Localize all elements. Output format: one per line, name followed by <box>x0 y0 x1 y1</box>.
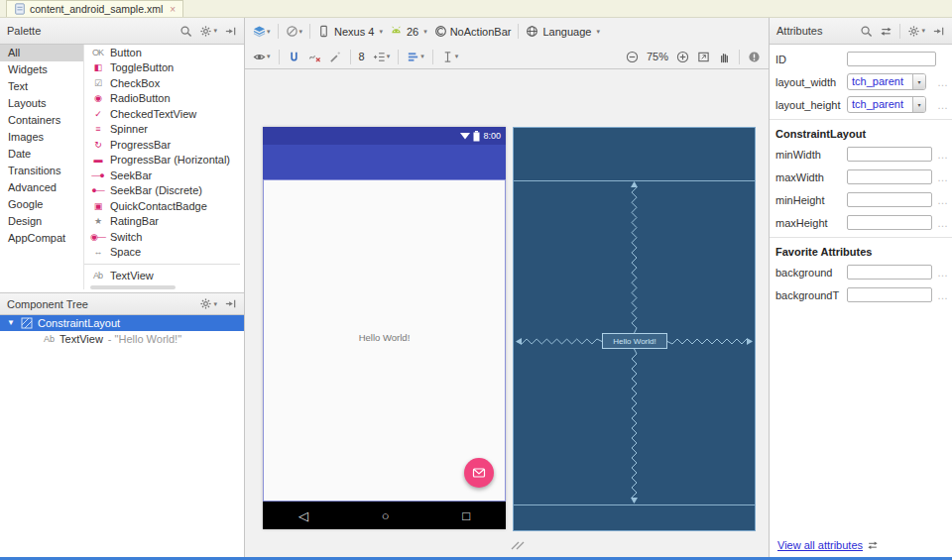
hello-world-text[interactable]: Hello World! <box>264 332 505 343</box>
search-icon[interactable] <box>860 25 873 38</box>
palette-category[interactable]: Containers <box>0 112 83 129</box>
pack-margin-button[interactable]: ▾ <box>373 51 391 63</box>
palette-category[interactable]: Text <box>0 78 83 95</box>
more-button[interactable]: … <box>937 99 948 111</box>
nav-home-icon[interactable]: ○ <box>382 508 390 523</box>
attributes-settings[interactable]: ▾ <box>907 25 925 38</box>
tab-content-android-sample[interactable]: content_android_sample.xml × <box>6 0 183 17</box>
combo-arrow-button[interactable]: ▾ <box>912 97 925 112</box>
attribute-input[interactable] <box>847 147 932 162</box>
palette-category[interactable]: All <box>0 45 83 61</box>
component-tree-settings[interactable]: ▾ <box>199 297 217 310</box>
palette-item[interactable]: Ab TextView <box>84 268 244 283</box>
more-button[interactable]: … <box>937 194 948 206</box>
attribute-input[interactable] <box>847 192 932 207</box>
minimize-panel-icon[interactable] <box>224 25 237 38</box>
minimize-panel-icon[interactable] <box>224 297 237 310</box>
more-button[interactable]: … <box>937 171 948 183</box>
combo-arrow-button[interactable]: ▾ <box>912 74 925 89</box>
palette-item[interactable]: ✓ CheckedTextView <box>84 106 244 122</box>
palette-item[interactable]: ◉— Switch <box>84 229 244 245</box>
infer-constraints-wand-icon[interactable] <box>329 51 342 63</box>
layout-height-combo[interactable]: tch_parent ▾ <box>847 96 926 113</box>
more-button[interactable]: … <box>937 267 948 279</box>
minimize-panel-icon[interactable] <box>932 25 945 38</box>
id-input[interactable] <box>847 52 936 66</box>
layout-width-combo[interactable]: tch_parent ▾ <box>847 73 926 90</box>
palette-category[interactable]: Transitions <box>0 163 83 179</box>
language-selector[interactable]: Language▾ <box>526 25 599 38</box>
nav-recents-icon[interactable]: □ <box>462 508 470 523</box>
palette-category[interactable]: Widgets <box>0 61 83 78</box>
zoom-out-icon[interactable] <box>626 51 639 63</box>
attribute-input[interactable] <box>847 215 932 230</box>
view-options-button[interactable]: ▾ <box>253 51 271 63</box>
palette-category[interactable]: Date <box>0 146 83 163</box>
palette-settings[interactable]: ▾ <box>199 25 217 38</box>
palette-item-label: RatingBar <box>110 215 159 227</box>
palette-item[interactable]: ≡ Spinner <box>84 122 244 138</box>
attribute-input[interactable] <box>847 265 932 280</box>
attribute-input[interactable] <box>847 169 932 184</box>
more-button[interactable]: … <box>937 76 948 88</box>
default-margin-value[interactable]: 8 <box>359 51 365 62</box>
theme-selector[interactable]: NoActionBar <box>434 25 512 38</box>
content-area[interactable]: Hello World! <box>263 179 506 502</box>
align-button[interactable]: ▾ <box>407 51 424 63</box>
chevron-down-icon: ▾ <box>387 53 391 60</box>
blueprint-hello-world-box[interactable]: Hello World! <box>602 333 667 349</box>
palette-item[interactable]: ◧ ToggleButton <box>84 60 244 76</box>
orientation-selector[interactable]: ▾ <box>286 25 303 38</box>
palette-item[interactable]: ●— SeekBar (Discrete) <box>84 183 244 199</box>
design-surface-selector[interactable]: ▾ <box>253 25 271 38</box>
expander-icon[interactable]: ▼ <box>7 319 16 327</box>
tree-row-constraintlayout[interactable]: ▼ ConstraintLayout <box>0 315 244 331</box>
more-button[interactable]: … <box>937 149 948 161</box>
warnings-errors-icon[interactable] <box>748 51 761 63</box>
palette-item-label: CheckedTextView <box>110 108 196 120</box>
palette-item[interactable]: ▬ ProgressBar (Horizontal) <box>84 153 244 168</box>
search-icon[interactable] <box>179 25 192 38</box>
more-button[interactable]: … <box>937 217 948 229</box>
palette-item[interactable]: —● SeekBar <box>84 168 244 183</box>
more-button[interactable]: … <box>937 289 948 301</box>
tree-row-textview[interactable]: Ab TextView - "Hello World!" <box>0 331 244 347</box>
palette-category[interactable]: Images <box>0 129 83 146</box>
device-selector[interactable]: Nexus 4▾ <box>317 25 383 38</box>
view-all-attributes-link[interactable]: View all attributes <box>777 539 863 551</box>
palette-item[interactable]: ☑ CheckBox <box>84 75 244 91</box>
palette-item[interactable]: ★ RatingBar <box>84 214 244 230</box>
autoconnect-magnet-icon[interactable] <box>288 51 300 63</box>
attribute-label: maxHeight <box>775 217 847 229</box>
palette-category[interactable]: Advanced <box>0 179 83 196</box>
attribute-input[interactable] <box>847 287 932 302</box>
pan-hand-icon[interactable] <box>718 51 731 63</box>
palette-item[interactable]: ↻ ProgressBar <box>84 137 244 153</box>
palette-item[interactable]: ◉ RadioButton <box>84 91 244 107</box>
palette-category[interactable]: AppCompat <box>0 230 83 247</box>
design-preview[interactable]: 8:00 Hello World! ◁ ○ □ <box>263 127 506 529</box>
swap-arrows-icon[interactable] <box>880 25 892 38</box>
toolbar-separator <box>518 24 519 39</box>
palette-scrollbar[interactable] <box>90 285 176 289</box>
palette-item[interactable]: ↔ Space <box>84 245 244 261</box>
palette-category[interactable]: Google <box>0 196 83 213</box>
clear-constraints-icon[interactable] <box>308 51 321 63</box>
blueprint-view[interactable]: Hello World! <box>513 127 756 531</box>
palette-item-icon: ✓ <box>90 109 105 119</box>
design-canvas[interactable]: 8:00 Hello World! ◁ ○ □ <box>245 69 769 560</box>
fab-button[interactable] <box>464 458 494 488</box>
tab-close-icon[interactable]: × <box>170 4 176 15</box>
nav-back-icon[interactable]: ◁ <box>298 508 308 523</box>
palette-item[interactable]: ▣ QuickContactBadge <box>84 198 244 214</box>
guidelines-button[interactable]: ▾ <box>441 51 459 63</box>
palette-divider <box>84 264 240 265</box>
zoom-to-fit-icon[interactable] <box>697 51 710 63</box>
palette-category[interactable]: Design <box>0 213 83 230</box>
attribute-row: backgroundT … <box>770 283 952 306</box>
zoom-in-icon[interactable] <box>676 51 689 63</box>
resize-handle-icon[interactable] <box>511 536 525 550</box>
api-selector[interactable]: 26▾ <box>390 25 427 38</box>
palette-item[interactable]: OK Button <box>84 45 244 60</box>
palette-category[interactable]: Layouts <box>0 95 83 112</box>
